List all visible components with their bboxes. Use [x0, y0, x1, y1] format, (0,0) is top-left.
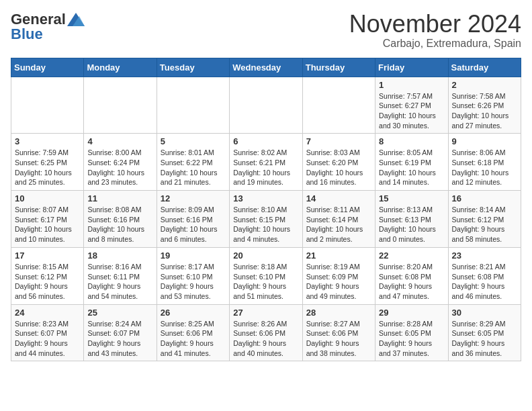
- day-info: Sunrise: 8:05 AMSunset: 6:19 PMDaylight:…: [379, 148, 444, 187]
- day-number: 30: [452, 308, 517, 318]
- day-info: Sunrise: 8:20 AMSunset: 6:08 PMDaylight:…: [379, 262, 444, 302]
- day-info: Sunrise: 8:09 AMSunset: 6:16 PMDaylight:…: [161, 205, 226, 244]
- day-info: Sunrise: 8:23 AMSunset: 6:07 PMDaylight:…: [15, 319, 80, 359]
- day-number: 13: [233, 193, 298, 203]
- day-info: Sunrise: 8:11 AMSunset: 6:14 PMDaylight:…: [306, 205, 371, 244]
- day-number: 27: [233, 308, 298, 318]
- weekday-header-row: SundayMondayTuesdayWednesdayThursdayFrid…: [11, 58, 521, 77]
- week-row-3: 10Sunrise: 8:07 AMSunset: 6:17 PMDayligh…: [11, 191, 521, 248]
- day-number: 12: [161, 193, 226, 203]
- day-info: Sunrise: 8:25 AMSunset: 6:06 PMDaylight:…: [161, 319, 226, 359]
- day-info: Sunrise: 8:15 AMSunset: 6:12 PMDaylight:…: [15, 262, 80, 302]
- calendar-cell: 20Sunrise: 8:18 AMSunset: 6:10 PMDayligh…: [230, 247, 302, 304]
- day-info: Sunrise: 8:01 AMSunset: 6:22 PMDaylight:…: [161, 148, 226, 187]
- weekday-header-monday: Monday: [84, 58, 157, 77]
- calendar-cell: 11Sunrise: 8:08 AMSunset: 6:16 PMDayligh…: [84, 191, 157, 248]
- day-number: 24: [15, 308, 80, 318]
- calendar-cell: [11, 77, 84, 134]
- day-info: Sunrise: 8:06 AMSunset: 6:18 PMDaylight:…: [452, 148, 517, 187]
- day-info: Sunrise: 8:24 AMSunset: 6:07 PMDaylight:…: [87, 319, 152, 359]
- day-number: 22: [379, 250, 444, 261]
- week-row-1: 1Sunrise: 7:57 AMSunset: 6:27 PMDaylight…: [11, 77, 521, 134]
- calendar-cell: 5Sunrise: 8:01 AMSunset: 6:22 PMDaylight…: [157, 134, 229, 191]
- calendar-cell: 12Sunrise: 8:09 AMSunset: 6:16 PMDayligh…: [157, 191, 229, 248]
- day-info: Sunrise: 8:07 AMSunset: 6:17 PMDaylight:…: [15, 205, 80, 244]
- calendar-cell: 2Sunrise: 7:58 AMSunset: 6:26 PMDaylight…: [448, 77, 521, 134]
- weekday-header-wednesday: Wednesday: [230, 58, 302, 77]
- calendar-cell: [302, 77, 375, 134]
- day-number: 4: [87, 136, 152, 146]
- week-row-2: 3Sunrise: 7:59 AMSunset: 6:25 PMDaylight…: [11, 134, 521, 191]
- day-number: 26: [161, 308, 226, 318]
- day-number: 5: [161, 136, 226, 146]
- day-info: Sunrise: 8:02 AMSunset: 6:21 PMDaylight:…: [233, 148, 298, 187]
- day-number: 19: [161, 250, 226, 261]
- weekday-header-friday: Friday: [375, 58, 448, 77]
- day-info: Sunrise: 8:29 AMSunset: 6:05 PMDaylight:…: [452, 319, 517, 359]
- day-number: 21: [306, 250, 371, 261]
- day-number: 14: [306, 193, 371, 203]
- day-info: Sunrise: 8:13 AMSunset: 6:13 PMDaylight:…: [379, 205, 444, 244]
- logo-blue-text: Blue: [11, 26, 43, 43]
- day-number: 23: [452, 250, 517, 261]
- calendar-cell: [84, 77, 157, 134]
- day-info: Sunrise: 8:17 AMSunset: 6:10 PMDaylight:…: [161, 262, 226, 302]
- calendar-cell: 23Sunrise: 8:21 AMSunset: 6:08 PMDayligh…: [448, 247, 521, 304]
- calendar-cell: 14Sunrise: 8:11 AMSunset: 6:14 PMDayligh…: [302, 191, 375, 248]
- calendar-cell: 29Sunrise: 8:28 AMSunset: 6:05 PMDayligh…: [375, 304, 448, 361]
- calendar-cell: 28Sunrise: 8:27 AMSunset: 6:06 PMDayligh…: [302, 304, 375, 361]
- day-number: 28: [306, 308, 371, 318]
- day-number: 1: [379, 80, 444, 90]
- calendar-cell: 10Sunrise: 8:07 AMSunset: 6:17 PMDayligh…: [11, 191, 84, 248]
- day-number: 25: [87, 308, 152, 318]
- calendar-cell: 13Sunrise: 8:10 AMSunset: 6:15 PMDayligh…: [230, 191, 302, 248]
- day-info: Sunrise: 8:00 AMSunset: 6:24 PMDaylight:…: [87, 148, 152, 187]
- calendar-cell: 18Sunrise: 8:16 AMSunset: 6:11 PMDayligh…: [84, 247, 157, 304]
- day-info: Sunrise: 8:10 AMSunset: 6:15 PMDaylight:…: [233, 205, 298, 244]
- calendar-cell: 17Sunrise: 8:15 AMSunset: 6:12 PMDayligh…: [11, 247, 84, 304]
- page-header: General Blue November 2024 Carbajo, Extr…: [11, 11, 521, 50]
- calendar-cell: 25Sunrise: 8:24 AMSunset: 6:07 PMDayligh…: [84, 304, 157, 361]
- day-number: 3: [15, 136, 80, 146]
- day-info: Sunrise: 7:59 AMSunset: 6:25 PMDaylight:…: [15, 148, 80, 187]
- day-number: 11: [87, 193, 152, 203]
- day-info: Sunrise: 8:27 AMSunset: 6:06 PMDaylight:…: [306, 319, 371, 359]
- day-info: Sunrise: 8:26 AMSunset: 6:06 PMDaylight:…: [233, 319, 298, 359]
- logo-icon: [67, 13, 85, 26]
- calendar-cell: 24Sunrise: 8:23 AMSunset: 6:07 PMDayligh…: [11, 304, 84, 361]
- calendar-cell: 8Sunrise: 8:05 AMSunset: 6:19 PMDaylight…: [375, 134, 448, 191]
- weekday-header-tuesday: Tuesday: [157, 58, 229, 77]
- day-info: Sunrise: 8:21 AMSunset: 6:08 PMDaylight:…: [452, 262, 517, 302]
- day-number: 9: [452, 136, 517, 146]
- calendar-table: SundayMondayTuesdayWednesdayThursdayFrid…: [11, 58, 521, 362]
- day-number: 8: [379, 136, 444, 146]
- weekday-header-saturday: Saturday: [448, 58, 521, 77]
- day-info: Sunrise: 8:28 AMSunset: 6:05 PMDaylight:…: [379, 319, 444, 359]
- calendar-cell: 27Sunrise: 8:26 AMSunset: 6:06 PMDayligh…: [230, 304, 302, 361]
- calendar-cell: 16Sunrise: 8:14 AMSunset: 6:12 PMDayligh…: [448, 191, 521, 248]
- weekday-header-thursday: Thursday: [302, 58, 375, 77]
- week-row-5: 24Sunrise: 8:23 AMSunset: 6:07 PMDayligh…: [11, 304, 521, 361]
- day-info: Sunrise: 8:16 AMSunset: 6:11 PMDaylight:…: [87, 262, 152, 302]
- calendar-cell: 3Sunrise: 7:59 AMSunset: 6:25 PMDaylight…: [11, 134, 84, 191]
- weekday-header-sunday: Sunday: [11, 58, 84, 77]
- calendar-cell: 4Sunrise: 8:00 AMSunset: 6:24 PMDaylight…: [84, 134, 157, 191]
- logo: General Blue: [11, 11, 85, 43]
- month-title: November 2024: [349, 11, 521, 38]
- week-row-4: 17Sunrise: 8:15 AMSunset: 6:12 PMDayligh…: [11, 247, 521, 304]
- calendar-cell: 7Sunrise: 8:03 AMSunset: 6:20 PMDaylight…: [302, 134, 375, 191]
- calendar-cell: 21Sunrise: 8:19 AMSunset: 6:09 PMDayligh…: [302, 247, 375, 304]
- calendar-cell: 19Sunrise: 8:17 AMSunset: 6:10 PMDayligh…: [157, 247, 229, 304]
- title-block: November 2024 Carbajo, Extremadura, Spai…: [349, 11, 521, 50]
- day-info: Sunrise: 7:57 AMSunset: 6:27 PMDaylight:…: [379, 91, 444, 131]
- calendar-cell: [230, 77, 302, 134]
- day-number: 20: [233, 250, 298, 261]
- calendar-cell: 22Sunrise: 8:20 AMSunset: 6:08 PMDayligh…: [375, 247, 448, 304]
- day-number: 16: [452, 193, 517, 203]
- calendar-cell: 9Sunrise: 8:06 AMSunset: 6:18 PMDaylight…: [448, 134, 521, 191]
- day-info: Sunrise: 8:08 AMSunset: 6:16 PMDaylight:…: [87, 205, 152, 244]
- calendar-cell: 26Sunrise: 8:25 AMSunset: 6:06 PMDayligh…: [157, 304, 229, 361]
- calendar-cell: 6Sunrise: 8:02 AMSunset: 6:21 PMDaylight…: [230, 134, 302, 191]
- day-info: Sunrise: 8:18 AMSunset: 6:10 PMDaylight:…: [233, 262, 298, 302]
- day-number: 2: [452, 80, 517, 90]
